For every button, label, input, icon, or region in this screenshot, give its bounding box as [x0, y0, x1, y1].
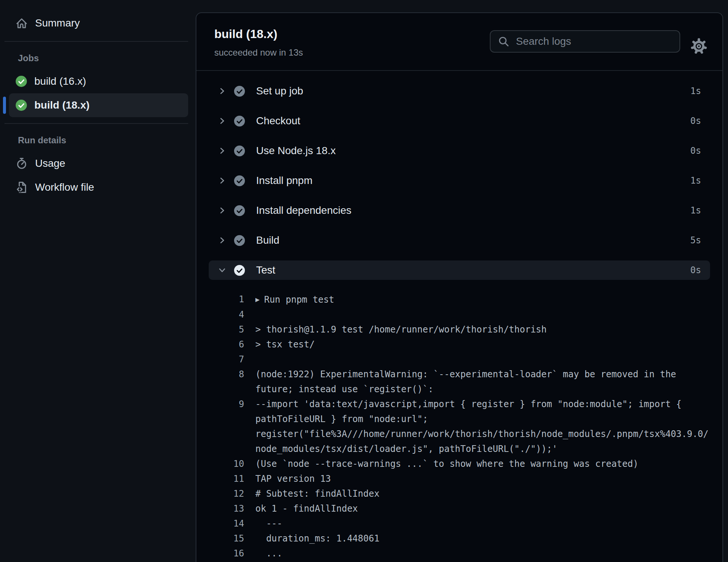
job-panel: build (18.x) succeeded now in 13s [196, 12, 723, 562]
log-line: 9 --import 'data:text/javascript,import … [196, 397, 722, 456]
log-line-text: TAP version 13 [255, 471, 709, 486]
chevron-right-icon[interactable] [218, 87, 227, 96]
log-line: 8 (node:1922) ExperimentalWarning: `--ex… [196, 367, 722, 397]
chevron-right-icon[interactable] [218, 146, 227, 155]
step-duration: 1s [690, 86, 701, 96]
log-line: 6 > tsx test/ [196, 337, 722, 352]
chevron-right-icon[interactable] [218, 236, 227, 245]
log-line-number[interactable]: 10 [196, 456, 244, 471]
log-line-text: (Use `node --trace-warnings ...` to show… [255, 456, 709, 471]
step-install-pnpm: Install pnpm 1s [196, 166, 722, 196]
sidebar-divider [4, 41, 188, 42]
step-duration: 0s [690, 146, 701, 156]
step-duration: 0s [690, 116, 701, 126]
step-label: Checkout [256, 115, 300, 127]
step-row[interactable]: Build 5s [209, 231, 710, 250]
log-line-number[interactable]: 12 [196, 486, 244, 501]
gear-icon[interactable] [690, 37, 708, 56]
log-line-text: > thorish@1.1.9 test /home/runner/work/t… [255, 322, 709, 337]
log-line-text: duration_ms: 1.448061 [255, 531, 709, 546]
log-line-text: ... [255, 546, 709, 561]
log-line: 15 duration_ms: 1.448061 [196, 531, 722, 546]
check-circle-icon [234, 146, 245, 156]
steps-list: Set up job 1s Checkout 0s [196, 71, 722, 561]
log-line-text: > tsx test/ [255, 337, 709, 352]
log-line-number[interactable]: 1 [196, 292, 244, 307]
step-label: Build [256, 234, 279, 246]
step-checkout: Checkout 0s [196, 106, 722, 136]
sidebar-item-label: Workflow file [35, 181, 94, 193]
log-line: 7 [196, 352, 722, 367]
step-duration: 1s [690, 205, 701, 216]
sidebar-item-label: Summary [35, 17, 80, 29]
step-label: Use Node.js 18.x [256, 145, 336, 157]
log-line-number[interactable]: 13 [196, 501, 244, 516]
log-line: 13 ok 1 - findAllIndex [196, 501, 722, 516]
log-line-text: (node:1922) ExperimentalWarning: `--expe… [255, 367, 709, 397]
sidebar-divider [4, 123, 188, 124]
search-logs-box[interactable] [490, 30, 680, 53]
search-logs-input[interactable] [515, 35, 672, 48]
log-line-number[interactable]: 14 [196, 516, 244, 531]
home-icon [16, 17, 28, 29]
sidebar-item-build-16x[interactable]: build (16.x) [9, 69, 188, 93]
step-test: Test 0s [196, 255, 722, 285]
log-output: 1 ▶Run pnpm test 4 5 > thorish@1.1.9 tes… [196, 285, 722, 561]
check-circle-icon [234, 205, 245, 216]
step-duration: 0s [690, 265, 701, 275]
log-line-text: --- [255, 516, 709, 531]
job-status-line: succeeded now in 13s [214, 47, 303, 58]
log-line-number[interactable]: 4 [196, 307, 244, 322]
stopwatch-icon [16, 157, 28, 169]
run-command-icon: ▶ [255, 292, 259, 307]
chevron-right-icon[interactable] [218, 206, 227, 215]
log-line-number[interactable]: 6 [196, 337, 244, 352]
check-circle-icon [234, 235, 245, 246]
jobs-heading: Jobs [18, 53, 196, 63]
log-line-number[interactable]: 7 [196, 352, 244, 367]
step-duration: 5s [690, 235, 701, 246]
log-line-number[interactable]: 8 [196, 367, 244, 382]
log-line-text: # Subtest: findAllIndex [255, 486, 709, 501]
step-label: Install dependencies [256, 204, 351, 216]
sidebar-item-usage[interactable]: Usage [9, 152, 188, 175]
step-row[interactable]: Test 0s [209, 260, 710, 280]
job-header: build (18.x) succeeded now in 13s [196, 13, 722, 71]
file-code-icon [16, 181, 28, 193]
log-line-text: ▶Run pnpm test [255, 292, 709, 307]
chevron-right-icon[interactable] [218, 176, 227, 185]
job-title: build (18.x) [214, 27, 277, 41]
log-line-number[interactable]: 11 [196, 471, 244, 486]
step-row[interactable]: Install dependencies 1s [209, 201, 710, 220]
step-row[interactable]: Checkout 0s [209, 111, 710, 131]
step-row[interactable]: Use Node.js 18.x 0s [209, 141, 710, 160]
sidebar-item-label: Usage [35, 157, 65, 169]
check-circle-icon [234, 86, 245, 97]
check-circle-icon [234, 175, 245, 186]
sidebar-item-workflow-file[interactable]: Workflow file [9, 175, 188, 199]
log-line: 14 --- [196, 516, 722, 531]
step-install-dependencies: Install dependencies 1s [196, 196, 722, 225]
log-line: 1 ▶Run pnpm test [196, 292, 722, 307]
sidebar-item-label: build (16.x) [34, 75, 86, 87]
sidebar-item-summary[interactable]: Summary [9, 11, 188, 35]
step-row[interactable]: Install pnpm 1s [209, 171, 710, 190]
step-row[interactable]: Set up job 1s [209, 81, 710, 101]
log-line-number[interactable]: 16 [196, 546, 244, 561]
step-build: Build 5s [196, 225, 722, 255]
step-label: Test [256, 264, 275, 276]
chevron-right-icon[interactable] [218, 116, 227, 125]
step-label: Install pnpm [256, 175, 312, 187]
log-line: 4 [196, 307, 722, 322]
log-line: 10 (Use `node --trace-warnings ...` to s… [196, 456, 722, 471]
step-label: Set up job [256, 85, 303, 97]
log-line: 11 TAP version 13 [196, 471, 722, 486]
log-line-number[interactable]: 9 [196, 397, 244, 412]
log-line-number[interactable]: 15 [196, 531, 244, 546]
run-details-heading: Run details [18, 135, 196, 146]
sidebar-item-build-18x[interactable]: build (18.x) [9, 93, 188, 117]
log-line-number[interactable]: 5 [196, 322, 244, 337]
chevron-down-icon[interactable] [218, 266, 227, 275]
check-circle-icon [234, 116, 245, 127]
log-line: 5 > thorish@1.1.9 test /home/runner/work… [196, 322, 722, 337]
